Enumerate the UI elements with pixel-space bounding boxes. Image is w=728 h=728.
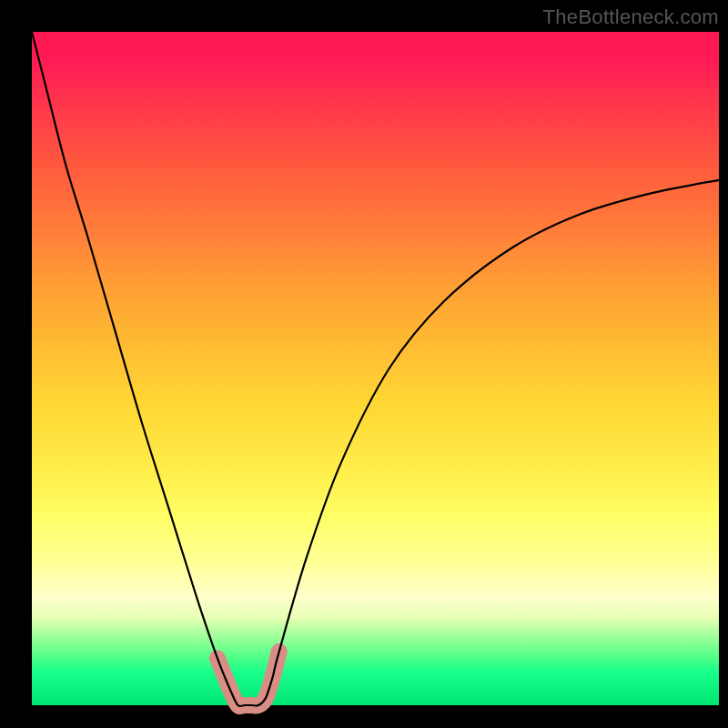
watermark-text: TheBottleneck.com (543, 5, 719, 29)
chart-frame: TheBottleneck.com (0, 0, 728, 728)
curve-layer (32, 32, 719, 705)
bottleneck-curve (32, 32, 719, 706)
plot-area (32, 32, 719, 705)
optimal-zone-band (217, 652, 279, 706)
